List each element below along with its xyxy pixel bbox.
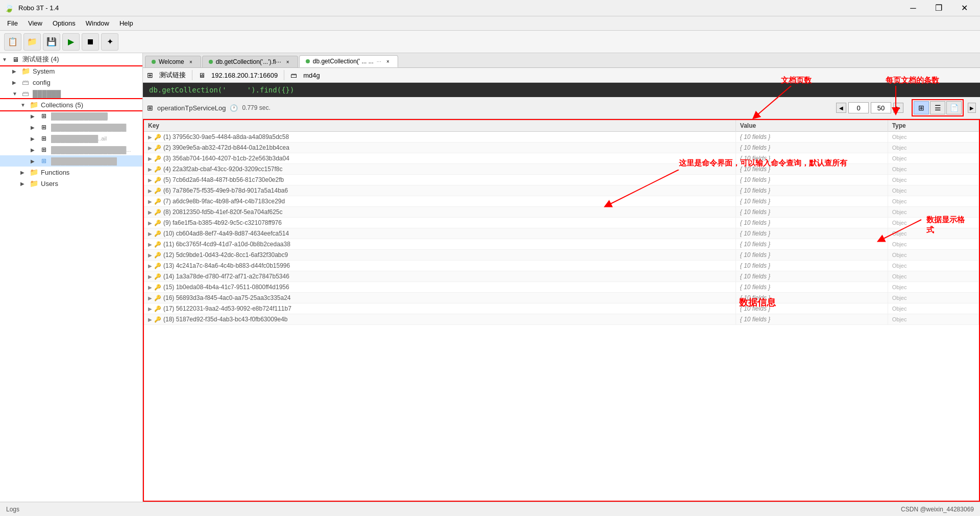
tab-dot-1 [209, 60, 213, 64]
row-type: Objec [888, 293, 978, 303]
collection-item-5[interactable]: ▶ ⊞ ██████████████ [0, 155, 142, 167]
row-type: Objec [888, 314, 978, 325]
toolbar-new-btn[interactable]: 📋 [4, 33, 21, 51]
toolbar-extra-btn[interactable]: ✦ [101, 33, 118, 51]
table-row[interactable]: ▶🔑(13) 4c241a7c-84a6-4c4b-b883-d44fc0b15… [144, 261, 979, 271]
data-table[interactable]: Key Value Type ▶🔑(1) 37956c30-9ae5-4484-… [143, 119, 980, 502]
statusbar-left: Logs [6, 506, 19, 513]
table-header-row: Key Value Type [144, 120, 979, 132]
table-row[interactable]: ▶🔑(4) 22a3f2ab-cbaf-43cc-920d-3209cc157f… [144, 164, 979, 175]
collections-item[interactable]: ▼ 📁 Collections (5) [0, 99, 142, 110]
menu-options[interactable]: Options [47, 17, 81, 29]
menu-view[interactable]: View [23, 17, 47, 29]
db-item-1[interactable]: ▼ 🗃 ██████ [0, 88, 142, 99]
config-item[interactable]: ▶ 🗃 config [0, 77, 142, 88]
table-row[interactable]: ▶🔑(17) 56122031-9aa2-4d53-9092-e8b724f11… [144, 303, 979, 314]
table-row[interactable]: ▶🔑(9) fa6e1f5a-b385-4b92-9c5c-c321078ff9… [144, 218, 979, 228]
table-row[interactable]: ▶🔑(7) a6dc9e8b-9fac-4b98-af94-c4b7183ce2… [144, 196, 979, 207]
row-value: { 10 fields } [736, 207, 888, 218]
collection-item-3[interactable]: ▶ ⊞ ██████████ ..ail [0, 133, 142, 144]
collection-name: operationTpServiceLog [157, 104, 226, 112]
row-type: Objec [888, 153, 978, 164]
menu-window[interactable]: Window [81, 17, 114, 29]
toolbar: 📋 📁 💾 ▶ ⏹ ✦ [0, 31, 980, 53]
c2-icon: ⊞ [39, 123, 49, 131]
row-type: Objec [888, 132, 978, 143]
row-value: { 10 fields } [736, 164, 888, 175]
tab-dot-2 [306, 59, 310, 63]
row-value: { 10 fields } [736, 282, 888, 293]
toolbar-run-btn[interactable]: ▶ [62, 33, 80, 51]
menu-file[interactable]: File [2, 17, 23, 29]
system-item[interactable]: ▶ 📁 System [0, 65, 142, 77]
tab-welcome[interactable]: Welcome × [145, 56, 201, 67]
table-view-btn[interactable]: ⊞ [914, 101, 929, 114]
maximize-button[interactable]: ❐ [927, 0, 950, 16]
tab-2-close[interactable]: × [384, 58, 391, 65]
row-key: ▶🔑(10) cb604ad8-8ef7-4a49-8d87-4634eefca… [144, 228, 736, 239]
page-size-input[interactable] [871, 102, 891, 113]
table-row[interactable]: ▶🔑(18) 5187ed92-f35d-4ab3-bc43-f0fb63009… [144, 314, 979, 325]
more-view-btn[interactable]: ▶ [968, 103, 976, 113]
host-label: 192.168.200.17:16609 [211, 72, 278, 79]
toolbar-save-btn[interactable]: 💾 [43, 33, 60, 51]
row-key: ▶🔑(3) 356ab704-1640-4207-b1cb-22e563b3da… [144, 153, 736, 164]
toolbar-stop-btn[interactable]: ⏹ [82, 33, 99, 51]
row-key: ▶🔑(12) 5dc9bde1-0d43-42dc-8cc1-6af32f30a… [144, 250, 736, 261]
query-time: 0.779 sec. [242, 104, 270, 111]
config-icon: 🗃 [20, 78, 31, 86]
menu-help[interactable]: Help [114, 17, 138, 29]
connection-item[interactable]: ▼ 🖥 测试链接 (4) [0, 53, 142, 65]
table-row[interactable]: ▶🔑(12) 5dc9bde1-0d43-42dc-8cc1-6af32f30a… [144, 250, 979, 261]
table-row[interactable]: ▶🔑(5) 7cb6d2a6-f4a8-487f-bb56-81c730e0e2… [144, 175, 979, 185]
tree-view-btn[interactable]: ☰ [930, 101, 945, 114]
statusbar: Logs CSDN @weixin_44283069 [0, 502, 980, 516]
table-body: ▶🔑(1) 37956c30-9ae5-4484-a8da-a4a089a5dc… [144, 132, 979, 325]
clock-icon: 🕐 [230, 104, 238, 112]
table-row[interactable]: ▶🔑(1) 37956c30-9ae5-4484-a8da-a4a089a5dc… [144, 132, 979, 143]
row-key: ▶🔑(15) 1b0eda08-4b4a-41c7-9511-0800ff4d1… [144, 282, 736, 293]
row-value: { 10 fields } [736, 132, 888, 143]
minimize-button[interactable]: ─ [901, 0, 925, 16]
users-item[interactable]: ▶ 📁 Users [0, 178, 142, 189]
tab-1-close[interactable]: × [284, 58, 291, 65]
tab-welcome-close[interactable]: × [187, 58, 194, 65]
row-type: Objec [888, 250, 978, 261]
row-type: Objec [888, 196, 978, 207]
collection-item-2[interactable]: ▶ ⊞ ████████████████ [0, 122, 142, 133]
functions-item[interactable]: ▶ 📁 Functions [0, 167, 142, 178]
row-value: { 10 fields } [736, 228, 888, 239]
connection-label: 测试链接 (4) [22, 55, 59, 64]
tab-1[interactable]: db.getCollection('...').fi··· × [202, 56, 298, 67]
table-row[interactable]: ▶🔑(16) 56893d3a-f845-4ac0-aa75-25aa3c335… [144, 293, 979, 303]
text-view-btn[interactable]: 📄 [946, 101, 962, 114]
tab-1-label: db.getCollection('...').fi··· [216, 58, 281, 65]
next-page-btn[interactable]: ▶ [893, 103, 903, 113]
c4-label: ████████████████ [51, 146, 126, 154]
collection-item-4[interactable]: ▶ ⊞ ████████████████ ... [0, 144, 142, 155]
row-value: { 10 fields } [736, 250, 888, 261]
table-row[interactable]: ▶🔑(2) 390e9e5a-ab32-472d-b844-0a12e1bb4c… [144, 143, 979, 153]
page-number-input[interactable] [848, 102, 869, 113]
row-value: { 10 fields } [736, 293, 888, 303]
table-row[interactable]: ▶🔑(11) 6bc3765f-4cd9-41d7-a10d-0b8b2ceda… [144, 239, 979, 250]
app-title: Robo 3T - 1.4 [18, 4, 59, 12]
toolbar-open-btn[interactable]: 📁 [23, 33, 41, 51]
collection-item-1[interactable]: ▶ ⊞ ████████████ [0, 110, 142, 122]
row-key: ▶🔑(6) 7a786e75-f535-49e9-b78d-9017a5a14b… [144, 185, 736, 196]
col-header-type: Type [888, 120, 978, 132]
table-row[interactable]: ▶🔑(10) cb604ad8-8ef7-4a49-8d87-4634eefca… [144, 228, 979, 239]
tab-2[interactable]: db.getCollection(' ... ... ··· × [299, 55, 398, 67]
users-toggle: ▶ [20, 181, 29, 186]
table-row[interactable]: ▶🔑(14) 1a3a78de-d780-4f72-af71-a2c7847b5… [144, 271, 979, 282]
functions-folder-icon: 📁 [29, 168, 39, 176]
users-folder-icon: 📁 [29, 179, 39, 187]
db-icon: 🗃 [290, 72, 297, 79]
table-row[interactable]: ▶🔑(15) 1b0eda08-4b4a-41c7-9511-0800ff4d1… [144, 282, 979, 293]
row-key: ▶🔑(18) 5187ed92-f35d-4ab3-bc43-f0fb63009… [144, 314, 736, 325]
prev-page-btn[interactable]: ◀ [836, 103, 846, 113]
table-row[interactable]: ▶🔑(3) 356ab704-1640-4207-b1cb-22e563b3da… [144, 153, 979, 164]
table-row[interactable]: ▶🔑(8) 20812350-fd5b-41ef-820f-5ea704af62… [144, 207, 979, 218]
close-button[interactable]: ✕ [952, 0, 976, 16]
table-row[interactable]: ▶🔑(6) 7a786e75-f535-49e9-b78d-9017a5a14b… [144, 185, 979, 196]
